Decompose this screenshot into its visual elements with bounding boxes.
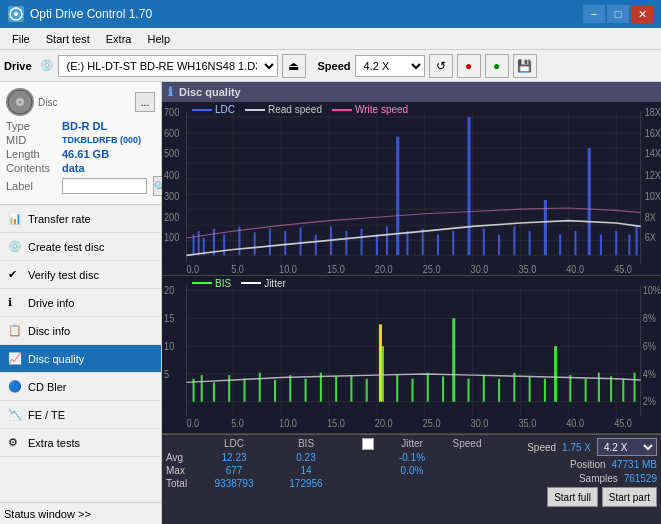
total-bis: 172956 <box>270 478 342 489</box>
svg-rect-138 <box>442 376 444 401</box>
svg-rect-64 <box>361 229 363 256</box>
start-part-button[interactable]: Start part <box>602 487 657 507</box>
chart-bis: BIS Jitter 20 15 10 5 10% 8% <box>162 276 661 434</box>
bis-legend-color <box>192 282 212 284</box>
svg-rect-52 <box>198 231 200 255</box>
sidebar-item-drive-info[interactable]: ℹ Drive info <box>0 289 161 317</box>
svg-rect-63 <box>345 231 347 255</box>
chart1-svg: 700 600 500 400 300 200 100 18X 16X 14X … <box>162 102 661 275</box>
svg-text:600: 600 <box>164 127 180 139</box>
sidebar-item-disc-info[interactable]: 📋 Disc info <box>0 317 161 345</box>
samples-value: 761529 <box>624 473 657 484</box>
sidebar-item-verify-test-disc[interactable]: ✔ Verify test disc <box>0 261 161 289</box>
sidebar-item-create-test-disc[interactable]: 💿 Create test disc <box>0 233 161 261</box>
read-speed-legend-label: Read speed <box>268 104 322 115</box>
status-window-link[interactable]: Status window >> <box>0 502 161 524</box>
minimize-button[interactable]: − <box>583 5 605 23</box>
total-label: Total <box>166 478 198 489</box>
svg-rect-72 <box>468 117 471 255</box>
contents-value: data <box>62 162 85 174</box>
sidebar-item-cd-bler[interactable]: 🔵 CD Bler <box>0 373 161 401</box>
maximize-button[interactable]: □ <box>607 5 629 23</box>
svg-point-4 <box>19 101 22 104</box>
svg-rect-124 <box>228 375 230 402</box>
svg-rect-81 <box>600 235 602 256</box>
svg-rect-123 <box>213 382 215 401</box>
sidebar-item-transfer-rate[interactable]: 📊 Transfer rate <box>0 205 161 233</box>
menu-help[interactable]: Help <box>139 31 178 47</box>
svg-text:14X: 14X <box>645 148 661 160</box>
sidebar-item-disc-quality[interactable]: 📈 Disc quality <box>0 345 161 373</box>
svg-text:5: 5 <box>164 368 169 380</box>
eject-button[interactable]: ⏏ <box>282 54 306 78</box>
speed-select-control[interactable]: 4.2 X <box>597 438 657 456</box>
svg-rect-152 <box>634 373 636 402</box>
svg-rect-139 <box>452 318 455 401</box>
start-full-button[interactable]: Start full <box>547 487 598 507</box>
svg-rect-51 <box>193 235 195 256</box>
svg-rect-146 <box>554 346 557 402</box>
svg-text:35.0: 35.0 <box>518 263 536 275</box>
disc-browse-button[interactable]: ... <box>135 92 155 112</box>
disc-button[interactable]: ● <box>485 54 509 78</box>
svg-rect-67 <box>396 137 399 256</box>
create-disc-icon: 💿 <box>8 240 22 254</box>
svg-rect-76 <box>529 231 531 255</box>
jitter-col-header: Jitter <box>382 438 442 450</box>
svg-text:15.0: 15.0 <box>327 263 345 275</box>
svg-rect-82 <box>615 231 617 255</box>
svg-rect-66 <box>386 226 388 255</box>
ldc-legend-label: LDC <box>215 104 235 115</box>
svg-rect-143 <box>513 373 515 402</box>
svg-rect-137 <box>427 373 429 402</box>
svg-text:8%: 8% <box>643 312 656 324</box>
stats-table: LDC BIS Jitter Speed Avg 12.23 0.23 <box>166 438 523 489</box>
toolbar: Drive 💿 (E:) HL-DT-ST BD-RE WH16NS48 1.D… <box>0 50 661 82</box>
svg-rect-84 <box>636 226 638 255</box>
svg-text:4%: 4% <box>643 368 656 380</box>
svg-rect-78 <box>559 235 561 256</box>
sidebar-item-fe-te[interactable]: 📉 FE / TE <box>0 401 161 429</box>
menu-extra[interactable]: Extra <box>98 31 140 47</box>
svg-rect-147 <box>569 375 571 402</box>
svg-rect-57 <box>254 232 256 255</box>
svg-rect-144 <box>529 376 531 401</box>
svg-rect-140 <box>468 379 470 402</box>
drive-select[interactable]: (E:) HL-DT-ST BD-RE WH16NS48 1.D3 <box>58 55 278 77</box>
svg-rect-75 <box>513 226 515 255</box>
menu-start-test[interactable]: Start test <box>38 31 98 47</box>
svg-rect-70 <box>437 235 439 256</box>
svg-text:45.0: 45.0 <box>614 263 632 275</box>
svg-text:30.0: 30.0 <box>471 417 489 429</box>
svg-text:0.0: 0.0 <box>186 417 199 429</box>
bis-legend-label: BIS <box>215 278 231 289</box>
menu-file[interactable]: File <box>4 31 38 47</box>
speed-label: Speed <box>318 60 351 72</box>
disc-label-input[interactable] <box>62 178 147 194</box>
close-button[interactable]: ✕ <box>631 5 653 23</box>
speed-select[interactable]: 4.2 X <box>355 55 425 77</box>
svg-text:10%: 10% <box>643 284 661 296</box>
svg-text:20: 20 <box>164 284 175 296</box>
svg-rect-133 <box>366 379 368 402</box>
disc-quality-header-icon: ℹ <box>168 85 173 99</box>
save-button[interactable]: 💾 <box>513 54 537 78</box>
svg-text:18X: 18X <box>645 106 661 118</box>
svg-text:10X: 10X <box>645 190 661 202</box>
avg-ldc: 12.23 <box>198 452 270 463</box>
sidebar-item-extra-tests[interactable]: ⚙ Extra tests <box>0 429 161 457</box>
svg-rect-145 <box>544 379 546 402</box>
samples-label: Samples <box>579 473 618 484</box>
svg-rect-60 <box>299 228 301 256</box>
disc-quality-title: Disc quality <box>179 86 241 98</box>
settings-button[interactable]: ● <box>457 54 481 78</box>
jitter-checkbox[interactable] <box>362 438 374 450</box>
chart2-svg: 20 15 10 5 10% 8% 6% 4% 2% 0.0 5.0 10.0 … <box>162 276 661 433</box>
svg-rect-148 <box>585 379 587 402</box>
svg-text:15.0: 15.0 <box>327 417 345 429</box>
fe-te-icon: 📉 <box>8 408 22 422</box>
svg-rect-142 <box>498 379 500 402</box>
refresh-button[interactable]: ↺ <box>429 54 453 78</box>
svg-text:35.0: 35.0 <box>518 417 536 429</box>
verify-disc-icon: ✔ <box>8 268 22 282</box>
